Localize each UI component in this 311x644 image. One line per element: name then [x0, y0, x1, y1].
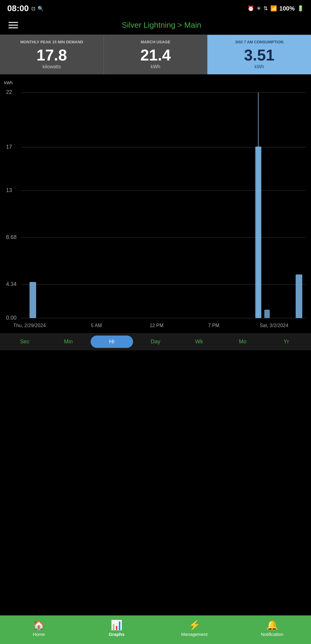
svg-rect-15: [264, 310, 270, 318]
stat-card-peak-demand: MONTHLY PEAK 15 MIN DEMAND 17.8 kilowatt…: [0, 35, 104, 74]
time-btn-day[interactable]: Day: [134, 336, 177, 348]
battery-percent: 100%: [279, 5, 295, 12]
nav-label-management: Management: [181, 632, 208, 637]
nav-item-management[interactable]: ⚡ Management: [156, 620, 233, 637]
stat-label-peak: MONTHLY PEAK 15 MIN DEMAND: [4, 40, 100, 45]
stat-card-consumption: 3/02 7 AM CONSUMPTION 3.51 kWh: [207, 35, 311, 74]
status-time: 08:00: [7, 4, 29, 13]
nav-label-graphs: Graphs: [109, 632, 125, 637]
time-btn-wk[interactable]: Wk: [178, 336, 220, 348]
status-bar: 08:00 ⊡ 🔍 ⏰ ✳ ⇅ 📶 100% 🔋: [0, 0, 311, 16]
signal-icon: 📶: [270, 5, 277, 12]
svg-text:12 PM: 12 PM: [150, 323, 163, 328]
svg-text:22: 22: [6, 89, 12, 95]
svg-text:7 PM: 7 PM: [208, 323, 219, 328]
time-selector: Sec Min Hr Day Wk Mo Yr: [0, 333, 311, 350]
stat-card-march-usage: MARCH USAGE 21.4 kWh: [104, 35, 208, 74]
management-icon: ⚡: [188, 620, 201, 630]
graphs-icon: 📊: [110, 620, 123, 630]
svg-text:Sat, 3/2/2024: Sat, 3/2/2024: [260, 323, 288, 328]
svg-text:Thu, 2/29/2024: Thu, 2/29/2024: [13, 323, 46, 328]
main-content: kWh 22 17 13 8.68 4.34: [0, 74, 311, 386]
stat-value-consumption: 3.51: [211, 47, 307, 63]
status-icon-search: 🔍: [38, 6, 44, 11]
svg-text:13: 13: [6, 187, 12, 193]
time-btn-yr[interactable]: Yr: [265, 336, 307, 348]
battery-icon: 🔋: [297, 5, 304, 12]
header: Silver Lightning > Main: [0, 16, 311, 35]
stats-row: MONTHLY PEAK 15 MIN DEMAND 17.8 kilowatt…: [0, 35, 311, 74]
bottom-nav: 🏠 Home 📊 Graphs ⚡ Management 🔔 Notificat…: [0, 615, 311, 644]
stat-unit-peak: kilowatts: [4, 64, 100, 70]
status-right-icons: ⏰ ✳ ⇅ 📶 100% 🔋: [247, 5, 304, 12]
svg-text:8.68: 8.68: [6, 234, 17, 240]
chart-svg: 22 17 13 8.68 4.34 0.00: [3, 83, 308, 330]
svg-text:4.34: 4.34: [6, 281, 17, 287]
time-btn-hr[interactable]: Hr: [91, 336, 133, 348]
stat-label-consumption: 3/02 7 AM CONSUMPTION: [211, 40, 307, 45]
stat-value-march: 21.4: [107, 47, 204, 63]
svg-text:17: 17: [6, 144, 12, 150]
notification-icon: 🔔: [266, 620, 278, 630]
status-icon-weg: ⊡: [31, 6, 35, 11]
nav-item-notification[interactable]: 🔔 Notification: [233, 620, 311, 637]
nav-item-graphs[interactable]: 📊 Graphs: [78, 620, 155, 637]
bluetooth-icon: ✳: [257, 5, 261, 12]
nav-label-notification: Notification: [261, 632, 283, 637]
time-btn-mo[interactable]: Mo: [222, 336, 264, 348]
home-icon: 🏠: [33, 620, 45, 630]
svg-text:5 AM: 5 AM: [91, 323, 102, 328]
chart-area[interactable]: 22 17 13 8.68 4.34 0.00: [3, 83, 308, 330]
svg-rect-14: [255, 147, 261, 318]
menu-button[interactable]: [7, 21, 19, 29]
svg-text:0.00: 0.00: [6, 315, 17, 321]
chart-container: kWh 22 17 13 8.68 4.34: [0, 74, 311, 333]
nav-item-home[interactable]: 🏠 Home: [0, 620, 78, 637]
page-title: Silver Lightning > Main: [19, 20, 304, 30]
stat-unit-consumption: kWh: [211, 64, 307, 70]
svg-rect-13: [30, 282, 36, 318]
svg-rect-16: [296, 274, 302, 318]
stat-unit-march: kWh: [107, 64, 204, 70]
time-btn-sec[interactable]: Sec: [4, 336, 46, 348]
data-icon: ⇅: [263, 5, 268, 12]
alarm-icon: ⏰: [247, 5, 254, 12]
time-btn-min[interactable]: Min: [47, 336, 90, 348]
stat-label-march: MARCH USAGE: [107, 40, 204, 45]
stat-value-peak: 17.8: [4, 47, 100, 63]
nav-label-home: Home: [33, 632, 45, 637]
